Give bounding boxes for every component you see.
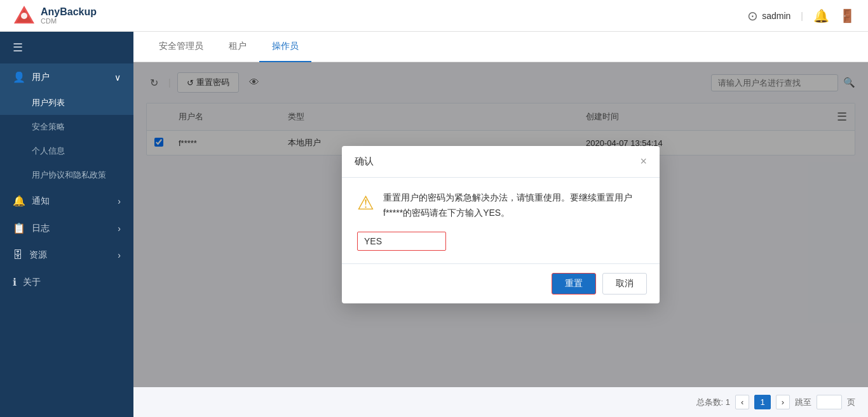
sidebar-sub-item-security-policy[interactable]: 安全策略 <box>0 115 133 139</box>
resource-icon: 🗄 <box>13 249 23 261</box>
warning-line2: f*****的密码请在下方输入YES。 <box>383 206 632 221</box>
modal-footer: 重置 取消 <box>342 263 660 303</box>
main-content: 安全管理员 租户 操作员 ↻ | ↺ 重置密码 👁 🔍 <box>133 32 868 417</box>
yes-input[interactable] <box>357 232 446 251</box>
logo-icon <box>13 4 36 27</box>
modal-overlay: 确认 × ⚠ 重置用户的密码为紧急解决办法，请慎重使用。要继续重置用户 f***… <box>133 62 868 387</box>
sidebar-label-resource: 资源 <box>29 249 47 261</box>
modal-header: 确认 × <box>342 146 660 178</box>
chevron-right-icon: › <box>118 196 121 206</box>
logout-icon[interactable]: 🚪 <box>839 8 855 23</box>
user-info[interactable]: ⊙ sadmin <box>747 8 790 23</box>
notice-icon: 🔔 <box>13 195 25 207</box>
jump-label: 跳至 <box>795 397 811 408</box>
sidebar-label-user: 用户 <box>32 72 50 83</box>
page-jump-input[interactable] <box>817 395 842 409</box>
sidebar-sub-item-user-list[interactable]: 用户列表 <box>0 91 133 115</box>
warning-icon: ⚠ <box>357 192 374 214</box>
prev-page-button[interactable]: ‹ <box>735 395 749 409</box>
brand-sub: CDM <box>41 17 97 25</box>
svg-point-2 <box>21 13 27 19</box>
confirm-reset-button[interactable]: 重置 <box>552 273 596 295</box>
app-header: AnyBackup CDM ⊙ sadmin | 🔔 🚪 <box>0 0 868 32</box>
header-right: ⊙ sadmin | 🔔 🚪 <box>747 8 855 23</box>
sidebar-item-log[interactable]: 📋 日志 › <box>0 215 133 242</box>
sidebar-sub-item-privacy-policy[interactable]: 用户协议和隐私政策 <box>0 163 133 187</box>
log-icon: 📋 <box>13 222 25 234</box>
sidebar-item-user[interactable]: 👤 用户 ∨ <box>0 63 133 91</box>
sidebar-item-notice[interactable]: 🔔 通知 › <box>0 187 133 215</box>
chevron-right-icon-log: › <box>118 223 121 234</box>
warning-text: 重置用户的密码为紧急解决办法，请慎重使用。要继续重置用户 f*****的密码请在… <box>383 190 632 221</box>
sidebar-label-log: 日志 <box>32 223 50 234</box>
chevron-right-icon-resource: › <box>118 250 121 260</box>
main-layout: ☰ 👤 用户 ∨ 用户列表 安全策略 个人信息 用户协议和隐私政策 🔔 通知 ›… <box>0 32 868 417</box>
total-count: 总条数: 1 <box>696 397 730 408</box>
sidebar-label-notice: 通知 <box>32 195 50 207</box>
pagination: 总条数: 1 ‹ 1 › 跳至 页 <box>133 387 868 417</box>
confirm-modal: 确认 × ⚠ 重置用户的密码为紧急解决办法，请慎重使用。要继续重置用户 f***… <box>342 146 660 304</box>
content-area: ↻ | ↺ 重置密码 👁 🔍 用户名 <box>133 62 868 387</box>
about-icon: ℹ <box>13 276 17 288</box>
tab-security-admin[interactable]: 安全管理员 <box>146 32 216 62</box>
notification-icon[interactable]: 🔔 <box>813 8 829 23</box>
modal-body: ⚠ 重置用户的密码为紧急解决办法，请慎重使用。要继续重置用户 f*****的密码… <box>342 178 660 264</box>
modal-close-button[interactable]: × <box>640 155 647 168</box>
page-unit: 页 <box>847 397 855 408</box>
cancel-button[interactable]: 取消 <box>602 273 647 295</box>
tab-tenant[interactable]: 租户 <box>216 32 259 62</box>
sidebar-item-resource[interactable]: 🗄 资源 › <box>0 242 133 268</box>
page-1-button[interactable]: 1 <box>754 395 770 409</box>
chevron-down-icon: ∨ <box>114 72 121 83</box>
logo: AnyBackup CDM <box>13 4 97 27</box>
sidebar: ☰ 👤 用户 ∨ 用户列表 安全策略 个人信息 用户协议和隐私政策 🔔 通知 ›… <box>0 32 133 417</box>
divider: | <box>801 11 803 21</box>
tab-operator[interactable]: 操作员 <box>259 32 311 62</box>
warning-line1: 重置用户的密码为紧急解决办法，请慎重使用。要继续重置用户 <box>383 190 632 206</box>
sidebar-sub-item-personal-info[interactable]: 个人信息 <box>0 139 133 163</box>
sidebar-item-about[interactable]: ℹ 关于 <box>0 268 133 296</box>
user-icon: ⊙ <box>747 8 758 23</box>
menu-toggle[interactable]: ☰ <box>0 32 133 63</box>
username-label: sadmin <box>762 11 790 21</box>
brand-name: AnyBackup <box>41 6 97 18</box>
warning-section: ⚠ 重置用户的密码为紧急解决办法，请慎重使用。要继续重置用户 f*****的密码… <box>357 190 644 221</box>
sidebar-label-about: 关于 <box>23 277 41 288</box>
user-nav-icon: 👤 <box>13 71 25 83</box>
modal-title: 确认 <box>355 156 374 168</box>
tabs-bar: 安全管理员 租户 操作员 <box>133 32 868 62</box>
next-page-button[interactable]: › <box>776 395 790 409</box>
